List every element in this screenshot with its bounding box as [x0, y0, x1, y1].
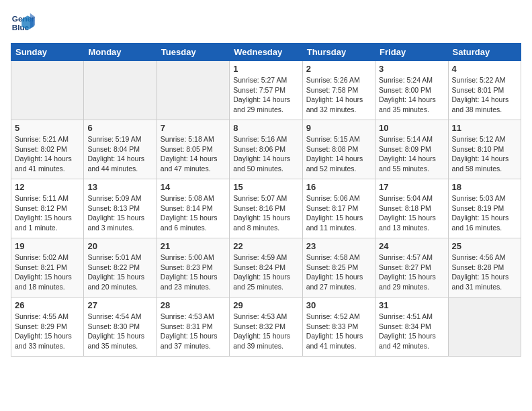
day-header-saturday: Saturday	[448, 44, 521, 61]
day-info: Sunrise: 5:19 AM Sunset: 8:04 PM Dayligh…	[87, 134, 152, 174]
day-info: Sunrise: 5:27 AM Sunset: 7:57 PM Dayligh…	[233, 75, 298, 115]
calendar-cell	[448, 298, 521, 357]
day-info: Sunrise: 4:59 AM Sunset: 8:24 PM Dayligh…	[233, 253, 298, 292]
calendar-cell: 19Sunrise: 5:02 AM Sunset: 8:21 PM Dayli…	[11, 238, 84, 298]
calendar-cell: 14Sunrise: 5:08 AM Sunset: 8:14 PM Dayli…	[157, 179, 229, 238]
day-info: Sunrise: 5:26 AM Sunset: 7:58 PM Dayligh…	[306, 75, 371, 115]
day-info: Sunrise: 5:00 AM Sunset: 8:23 PM Dayligh…	[161, 253, 226, 292]
day-header-thursday: Thursday	[302, 44, 375, 61]
day-info: Sunrise: 5:04 AM Sunset: 8:18 PM Dayligh…	[379, 193, 444, 233]
day-header-friday: Friday	[375, 44, 448, 61]
day-number: 31	[379, 300, 444, 310]
day-number: 4	[452, 64, 517, 74]
calendar-cell: 1Sunrise: 5:27 AM Sunset: 7:57 PM Daylig…	[230, 61, 302, 120]
calendar-cell	[157, 61, 229, 120]
day-info: Sunrise: 4:58 AM Sunset: 8:25 PM Dayligh…	[306, 253, 371, 292]
logo: General Blue	[11, 11, 38, 35]
calendar-cell: 23Sunrise: 4:58 AM Sunset: 8:25 PM Dayli…	[302, 238, 375, 298]
calendar-cell: 28Sunrise: 4:53 AM Sunset: 8:31 PM Dayli…	[157, 298, 229, 357]
day-info: Sunrise: 5:11 AM Sunset: 8:12 PM Dayligh…	[15, 193, 80, 233]
day-number: 24	[379, 241, 444, 251]
day-info: Sunrise: 4:56 AM Sunset: 8:28 PM Dayligh…	[452, 253, 517, 292]
day-info: Sunrise: 5:15 AM Sunset: 8:08 PM Dayligh…	[306, 134, 371, 174]
calendar-week-1: 5Sunrise: 5:21 AM Sunset: 8:02 PM Daylig…	[11, 120, 521, 179]
day-number: 11	[452, 123, 517, 133]
day-number: 9	[306, 123, 371, 133]
calendar-cell	[11, 61, 84, 120]
calendar-cell: 12Sunrise: 5:11 AM Sunset: 8:12 PM Dayli…	[11, 179, 84, 238]
day-number: 6	[87, 123, 152, 133]
day-info: Sunrise: 4:53 AM Sunset: 8:31 PM Dayligh…	[161, 312, 226, 351]
calendar-table: SundayMondayTuesdayWednesdayThursdayFrid…	[11, 43, 521, 357]
calendar-cell: 2Sunrise: 5:26 AM Sunset: 7:58 PM Daylig…	[302, 61, 375, 120]
calendar-cell: 30Sunrise: 4:52 AM Sunset: 8:33 PM Dayli…	[302, 298, 375, 357]
calendar-week-4: 26Sunrise: 4:55 AM Sunset: 8:29 PM Dayli…	[11, 298, 521, 357]
day-number: 29	[233, 300, 298, 310]
calendar-cell: 15Sunrise: 5:07 AM Sunset: 8:16 PM Dayli…	[230, 179, 302, 238]
day-number: 28	[161, 300, 226, 310]
calendar-cell: 8Sunrise: 5:16 AM Sunset: 8:06 PM Daylig…	[230, 120, 302, 179]
day-number: 25	[452, 241, 517, 251]
day-number: 1	[233, 64, 298, 74]
day-info: Sunrise: 5:16 AM Sunset: 8:06 PM Dayligh…	[233, 134, 298, 174]
day-number: 26	[15, 300, 80, 310]
page-header: General Blue	[11, 11, 521, 35]
day-number: 22	[233, 241, 298, 251]
day-number: 14	[161, 182, 226, 192]
day-info: Sunrise: 5:22 AM Sunset: 8:01 PM Dayligh…	[452, 75, 517, 115]
day-info: Sunrise: 5:02 AM Sunset: 8:21 PM Dayligh…	[15, 253, 80, 292]
calendar-cell: 3Sunrise: 5:24 AM Sunset: 8:00 PM Daylig…	[375, 61, 448, 120]
calendar-cell: 27Sunrise: 4:54 AM Sunset: 8:30 PM Dayli…	[84, 298, 157, 357]
day-info: Sunrise: 5:07 AM Sunset: 8:16 PM Dayligh…	[233, 193, 298, 233]
day-number: 16	[306, 182, 371, 192]
day-number: 2	[306, 64, 371, 74]
day-info: Sunrise: 4:53 AM Sunset: 8:32 PM Dayligh…	[233, 312, 298, 351]
calendar-week-0: 1Sunrise: 5:27 AM Sunset: 7:57 PM Daylig…	[11, 61, 521, 120]
day-info: Sunrise: 4:57 AM Sunset: 8:27 PM Dayligh…	[379, 253, 444, 292]
calendar-cell: 6Sunrise: 5:19 AM Sunset: 8:04 PM Daylig…	[84, 120, 157, 179]
day-number: 18	[452, 182, 517, 192]
day-info: Sunrise: 4:52 AM Sunset: 8:33 PM Dayligh…	[306, 312, 371, 351]
calendar-cell: 4Sunrise: 5:22 AM Sunset: 8:01 PM Daylig…	[448, 61, 521, 120]
calendar-cell: 17Sunrise: 5:04 AM Sunset: 8:18 PM Dayli…	[375, 179, 448, 238]
day-info: Sunrise: 5:18 AM Sunset: 8:05 PM Dayligh…	[161, 134, 226, 174]
calendar-cell: 7Sunrise: 5:18 AM Sunset: 8:05 PM Daylig…	[157, 120, 229, 179]
logo-icon: General Blue	[11, 11, 35, 35]
calendar-week-2: 12Sunrise: 5:11 AM Sunset: 8:12 PM Dayli…	[11, 179, 521, 238]
day-number: 30	[306, 300, 371, 310]
calendar-cell: 26Sunrise: 4:55 AM Sunset: 8:29 PM Dayli…	[11, 298, 84, 357]
day-number: 15	[233, 182, 298, 192]
day-number: 7	[161, 123, 226, 133]
calendar-cell: 16Sunrise: 5:06 AM Sunset: 8:17 PM Dayli…	[302, 179, 375, 238]
calendar-cell: 5Sunrise: 5:21 AM Sunset: 8:02 PM Daylig…	[11, 120, 84, 179]
day-number: 17	[379, 182, 444, 192]
day-number: 5	[15, 123, 80, 133]
day-info: Sunrise: 5:14 AM Sunset: 8:09 PM Dayligh…	[379, 134, 444, 174]
day-number: 23	[306, 241, 371, 251]
calendar-cell: 25Sunrise: 4:56 AM Sunset: 8:28 PM Dayli…	[448, 238, 521, 298]
calendar-cell: 20Sunrise: 5:01 AM Sunset: 8:22 PM Dayli…	[84, 238, 157, 298]
day-info: Sunrise: 5:09 AM Sunset: 8:13 PM Dayligh…	[87, 193, 152, 233]
day-header-monday: Monday	[84, 44, 157, 61]
day-header-tuesday: Tuesday	[157, 44, 229, 61]
day-info: Sunrise: 5:12 AM Sunset: 8:10 PM Dayligh…	[452, 134, 517, 174]
day-number: 19	[15, 241, 80, 251]
day-number: 8	[233, 123, 298, 133]
calendar-cell: 21Sunrise: 5:00 AM Sunset: 8:23 PM Dayli…	[157, 238, 229, 298]
day-number: 3	[379, 64, 444, 74]
day-number: 12	[15, 182, 80, 192]
day-number: 27	[87, 300, 152, 310]
day-info: Sunrise: 5:03 AM Sunset: 8:19 PM Dayligh…	[452, 193, 517, 233]
day-number: 13	[87, 182, 152, 192]
day-info: Sunrise: 5:06 AM Sunset: 8:17 PM Dayligh…	[306, 193, 371, 233]
calendar-cell	[84, 61, 157, 120]
day-info: Sunrise: 4:51 AM Sunset: 8:34 PM Dayligh…	[379, 312, 444, 351]
day-number: 20	[87, 241, 152, 251]
day-info: Sunrise: 4:55 AM Sunset: 8:29 PM Dayligh…	[15, 312, 80, 351]
calendar-cell: 11Sunrise: 5:12 AM Sunset: 8:10 PM Dayli…	[448, 120, 521, 179]
day-number: 21	[161, 241, 226, 251]
calendar-cell: 29Sunrise: 4:53 AM Sunset: 8:32 PM Dayli…	[230, 298, 302, 357]
calendar-cell: 24Sunrise: 4:57 AM Sunset: 8:27 PM Dayli…	[375, 238, 448, 298]
calendar-cell: 10Sunrise: 5:14 AM Sunset: 8:09 PM Dayli…	[375, 120, 448, 179]
calendar-cell: 22Sunrise: 4:59 AM Sunset: 8:24 PM Dayli…	[230, 238, 302, 298]
